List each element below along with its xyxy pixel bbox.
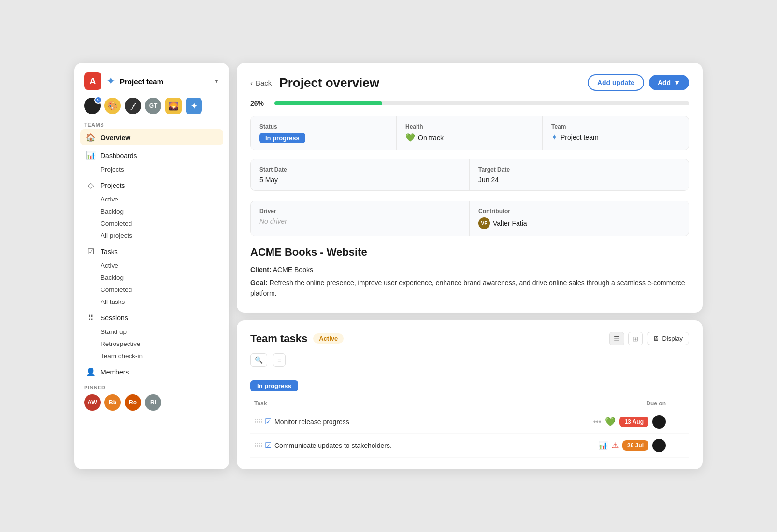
sidebar-item-retrospective[interactable]: Retrospective [80,338,223,350]
members-label: Members [101,368,129,376]
pinned-avatar-bb[interactable]: Bb [104,394,121,411]
pinned-avatar-aw[interactable]: AW [84,394,101,411]
grid-view-button[interactable]: ⊞ [628,332,643,345]
team-cell: Team ✦ Project team [543,116,689,150]
sidebar-item-members[interactable]: 👤 Members [80,364,223,380]
start-date-label: Start date [259,166,460,173]
task-table-header-row: Task Due on [250,397,689,410]
search-icon: 🔍 [255,356,263,364]
filter-button[interactable]: ≡ [273,353,286,367]
avatar-team-1[interactable]: 🎨 [104,98,121,114]
task-avatar-1 [652,415,666,429]
team-name-text: Project team [561,133,599,141]
avatar-team-3[interactable]: 🌄 [165,98,182,114]
progress-bar-fill [274,101,382,105]
sidebar-chevron-icon[interactable]: ▼ [214,78,219,85]
tasks-label: Tasks [101,248,118,256]
sidebar-item-projects-all[interactable]: All projects [80,230,223,242]
sidebar-item-projects-completed[interactable]: Completed [80,217,223,230]
table-row: ⠿⠿ ☑ Monitor release progress ••• 💚 13 A… [250,410,689,433]
sidebar-avatar-row: 5 🎨 𝑓 GT 🌄 ✦ [80,98,223,122]
search-button[interactable]: 🔍 [250,353,267,367]
sessions-label: Sessions [101,314,128,322]
task-name-2: Communicate updates to stakeholders. [274,442,392,449]
team-tasks-title: Team tasks [250,332,307,345]
app-container: A ✦ Project team ▼ 5 🎨 𝑓 GT 🌄 ✦ Teams 🏠 … [74,63,703,469]
sidebar-item-tasks-active[interactable]: Active [80,259,223,272]
sidebar-item-projects-active[interactable]: Active [80,193,223,205]
tasks-icon: ☑ [86,247,96,256]
page-title: Project overview [279,75,379,90]
project-title: ACME Books - Website [250,246,689,259]
progress-bar-bg [274,101,689,105]
nav-section-overview: 🏠 Overview [80,129,223,145]
sidebar-item-tasks-all[interactable]: All tasks [80,296,223,308]
nav-section-dashboards: 📊 Dashboards Projects [80,147,223,175]
sidebar-item-dashboards[interactable]: 📊 Dashboards [80,147,223,163]
health-icon: 💚 [405,133,415,142]
contributor-cell: Contributor VF Valter Fatia [470,201,689,236]
dashboards-label: Dashboards [101,152,137,159]
driver-value: No driver [259,217,460,225]
avatar[interactable]: 5 [84,98,101,114]
in-progress-badge: In progress [259,133,305,143]
team-tasks-header: Team tasks Active ☰ ⊞ 🖥 Display [250,332,689,345]
task-bars-icon-2: 📊 [598,441,608,450]
team-label: Team [551,123,680,130]
task-name-cell-2: ⠿⠿ ☑ Communicate updates to stakeholders… [250,433,514,457]
sidebar-item-team-checkin[interactable]: Team check-in [80,350,223,362]
members-icon: 👤 [86,367,96,376]
goal-value-text: Refresh the online presence, improve use… [250,279,685,297]
task-toolbar-row: 🔍 ≡ [250,353,689,374]
back-nav[interactable]: ‹ Back [250,79,272,87]
overview-icon: 🏠 [86,133,96,142]
pinned-avatar-ri[interactable]: RI [145,394,161,411]
team-tasks-title-row: Team tasks Active [250,332,344,345]
health-value: 💚 On track [405,133,533,142]
task-check-icon-1[interactable]: ☑ [265,417,272,426]
goal-label: Goal: [250,279,268,287]
task-actions-cell-2: 📊 ⚠ 29 Jul [514,433,670,457]
projects-icon: ◇ [86,181,96,190]
right-content: ‹ Back Project overview Add update Add ▼… [237,63,703,469]
sidebar-item-standup[interactable]: Stand up [80,326,223,338]
sidebar-sub-projects[interactable]: Projects [80,163,223,175]
sidebar-item-tasks-completed[interactable]: Completed [80,284,223,296]
task-toolbar-right: ☰ ⊞ 🖥 Display [609,332,689,345]
project-description-section: ACME Books - Website Client: ACME Books … [250,246,689,299]
avatar-team-2[interactable]: 𝑓 [125,98,141,114]
goal-line: Goal: Refresh the online presence, impro… [250,277,689,299]
sidebar-item-tasks-backlog[interactable]: Backlog [80,272,223,284]
target-date-cell: Target date Jun 24 [470,159,689,190]
sidebar-item-projects[interactable]: ◇ Projects [80,177,223,193]
sidebar: A ✦ Project team ▼ 5 🎨 𝑓 GT 🌄 ✦ Teams 🏠 … [74,63,229,469]
sidebar-item-tasks[interactable]: ☑ Tasks [80,244,223,259]
dashboards-icon: 📊 [86,151,96,160]
status-cell: Status In progress [251,116,397,150]
drag-handle-2[interactable]: ⠿⠿ [254,442,263,449]
add-update-button[interactable]: Add update [588,74,644,91]
info-grid-dates: Start date 5 May Target date Jun 24 [250,159,689,191]
back-arrow-icon: ‹ [250,79,253,87]
pinned-avatars-row: AW Bb Ro RI [80,392,223,413]
add-button[interactable]: Add ▼ [649,75,689,90]
list-view-button[interactable]: ☰ [609,332,624,345]
sidebar-item-overview[interactable]: 🏠 Overview [80,129,223,145]
avatar-team-gt[interactable]: GT [145,98,161,114]
progress-row: 26% [250,100,689,107]
app-logo: A [84,72,101,90]
task-avatar-2 [652,439,666,452]
pinned-avatar-ro[interactable]: Ro [125,394,141,411]
task-table: Task Due on ⠿⠿ ☑ Monitor release progres… [250,397,689,458]
start-date-cell: Start date 5 May [251,159,470,190]
task-dots-1[interactable]: ••• [593,417,602,426]
sidebar-item-projects-backlog[interactable]: Backlog [80,205,223,217]
sidebar-team-name: Project team [120,77,209,86]
sidebar-item-sessions[interactable]: ⠿ Sessions [80,310,223,326]
display-button[interactable]: 🖥 Display [647,332,689,345]
drag-handle-1[interactable]: ⠿⠿ [254,418,263,425]
task-check-icon-2[interactable]: ☑ [265,441,272,450]
driver-cell: Driver No driver [251,201,470,236]
nav-section-sessions: ⠿ Sessions Stand up Retrospective Team c… [80,310,223,362]
avatar-team-4[interactable]: ✦ [186,98,202,114]
